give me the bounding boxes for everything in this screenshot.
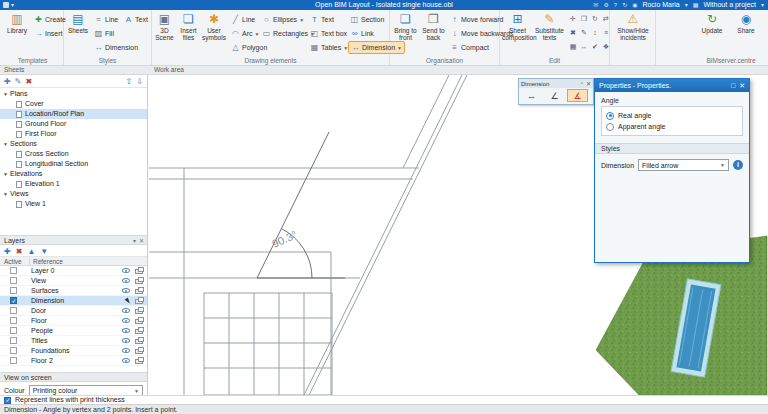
printer-icon[interactable]: [135, 279, 143, 284]
layer-up-icon[interactable]: ▲: [27, 247, 35, 256]
layer-active-checkbox[interactable]: [10, 287, 17, 294]
layer-row[interactable]: Surfaces: [0, 286, 147, 296]
measure-tool-icon[interactable]: ↔: [579, 41, 589, 53]
print-thickness-checkbox[interactable]: [4, 397, 11, 404]
rotate-tool-icon[interactable]: ↻: [590, 13, 600, 25]
layer-active-checkbox[interactable]: [10, 337, 17, 344]
text-box-tool-button[interactable]: ◰ Text box: [308, 27, 349, 40]
group-tool-icon[interactable]: ▦: [568, 41, 578, 53]
ellipses-tool-button[interactable]: ○ Ellipses▼: [260, 13, 306, 26]
layer-active-checkbox[interactable]: [10, 347, 17, 354]
text-tool-button[interactable]: T Text: [308, 13, 336, 26]
layer-active-checkbox[interactable]: [10, 317, 17, 324]
visibility-eye-icon[interactable]: [122, 308, 130, 313]
apparent-angle-option[interactable]: Apparent angle: [606, 121, 738, 132]
layer-row-selected[interactable]: Dimension: [0, 296, 147, 306]
radio-selected-icon[interactable]: [606, 112, 614, 120]
insert-button[interactable]: → Insert: [32, 27, 65, 40]
visibility-eye-icon[interactable]: [122, 358, 130, 363]
add-layer-icon[interactable]: ✚: [4, 247, 11, 256]
layer-down-icon[interactable]: ▼: [40, 247, 48, 256]
text-style-button[interactable]: A Text: [122, 13, 150, 26]
printer-icon[interactable]: [135, 339, 143, 344]
tree-group-sections[interactable]: ▼Sections: [0, 139, 147, 149]
arc-tool-button[interactable]: ◠ Arc▼: [229, 27, 261, 40]
compact-button[interactable]: ≡ Compact: [448, 41, 491, 54]
visibility-eye-icon[interactable]: [122, 288, 130, 293]
move-down-icon[interactable]: ⇩: [136, 77, 143, 86]
mini-toolbar-titlebar[interactable]: Dimension ▫ ✕: [519, 79, 593, 88]
layer-row[interactable]: View: [0, 276, 147, 286]
layer-active-checkbox[interactable]: [10, 327, 17, 334]
tree-item-first-floor[interactable]: First Floor: [0, 129, 147, 139]
sheets-style-button[interactable]: ▤ Sheets: [66, 12, 90, 34]
insert-files-button[interactable]: ❏ Insert files: [177, 12, 200, 41]
layer-row[interactable]: People: [0, 326, 147, 336]
visibility-eye-icon[interactable]: [122, 328, 130, 333]
colour-select[interactable]: Printing colour ▼: [29, 385, 143, 395]
line-tool-button[interactable]: ╱ Line: [229, 13, 257, 26]
move-forward-button[interactable]: ↑ Move forward: [448, 13, 505, 26]
tree-group-views[interactable]: ▼Views: [0, 189, 147, 199]
printer-icon[interactable]: [135, 299, 143, 304]
radio-icon[interactable]: [606, 123, 614, 131]
tree-item-location-roof-plan[interactable]: Location/Roof Plan: [0, 109, 147, 119]
delete-sheet-icon[interactable]: ✖: [25, 77, 32, 86]
angle-vertex-dimension-tool-icon[interactable]: ∡: [567, 89, 588, 102]
layer-active-checkbox[interactable]: [10, 277, 17, 284]
pin-icon[interactable]: ▫: [581, 80, 583, 87]
real-angle-option[interactable]: Real angle: [606, 110, 738, 121]
send-to-back-button[interactable]: ❐ Send to back: [420, 12, 447, 41]
copy-tool-icon[interactable]: ❐: [579, 13, 589, 25]
printer-icon[interactable]: [135, 329, 143, 334]
close-icon[interactable]: ✕: [739, 82, 745, 90]
tree-item-cross-section[interactable]: Cross Section: [0, 149, 147, 159]
scale-tool-icon[interactable]: ↕: [590, 27, 600, 39]
delete-layer-icon[interactable]: ✖: [16, 247, 23, 256]
move-up-icon[interactable]: ⇧: [126, 77, 133, 86]
printer-icon[interactable]: [135, 289, 143, 294]
angle-dimension-tool-icon[interactable]: ∠: [544, 89, 565, 102]
tree-item-elevation-1[interactable]: Elevation 1: [0, 179, 147, 189]
refresh-icon[interactable]: ↻: [622, 0, 627, 10]
info-icon[interactable]: i: [733, 160, 743, 170]
visibility-eye-icon[interactable]: [122, 348, 130, 353]
maximize-icon[interactable]: □: [731, 82, 735, 90]
visibility-eye-icon[interactable]: [122, 278, 130, 283]
mail-icon[interactable]: ✉: [593, 0, 598, 10]
layer-row[interactable]: Layer 0: [0, 266, 147, 276]
printer-icon[interactable]: [135, 359, 143, 364]
delete-tool-icon[interactable]: ✖: [568, 27, 578, 39]
tree-item-view-1[interactable]: View 1: [0, 199, 147, 209]
scene-3d-button[interactable]: ▣ 3D Scene: [153, 12, 176, 41]
sheet-composition-button[interactable]: ⊞ Sheet composition: [502, 12, 533, 41]
close-icon[interactable]: ✕: [586, 80, 591, 87]
share-button[interactable]: ◉ Share: [730, 12, 762, 34]
tree-item-cover[interactable]: Cover: [0, 99, 147, 109]
update-button[interactable]: ↻ Update: [696, 12, 728, 34]
add-sheet-icon[interactable]: ✚: [4, 77, 11, 86]
visibility-eye-icon[interactable]: [122, 268, 130, 273]
layer-active-checkbox[interactable]: [10, 307, 17, 314]
properties-titlebar[interactable]: Properties - Properties. □ ✕: [595, 79, 749, 92]
match-tool-icon[interactable]: ✔: [590, 41, 600, 53]
bring-to-front-button[interactable]: ❏ Bring to front: [392, 12, 419, 41]
help-icon[interactable]: ?: [614, 0, 617, 10]
tree-item-longitudinal-section[interactable]: Longitudinal Section: [0, 159, 147, 169]
layer-row[interactable]: Floor 2: [0, 356, 147, 366]
user-name[interactable]: Rocio Maria: [642, 0, 679, 10]
save-icon[interactable]: ▾: [11, 0, 14, 10]
printer-icon[interactable]: [135, 269, 143, 274]
line-style-button[interactable]: ≈ Line: [92, 13, 120, 26]
library-button[interactable]: ▥ Library: [4, 12, 30, 34]
dimension-style-button[interactable]: ↔ Dimension: [92, 41, 140, 54]
link-tool-button[interactable]: ∞ Link: [348, 27, 376, 40]
layer-active-checkbox[interactable]: [10, 267, 17, 274]
polygon-tool-button[interactable]: △ Polygon: [229, 41, 269, 54]
create-button[interactable]: ✚ Create: [32, 13, 68, 26]
visibility-eye-icon[interactable]: [122, 338, 130, 343]
printer-icon[interactable]: [135, 349, 143, 354]
edit-sheet-icon[interactable]: ✎: [15, 77, 22, 86]
move-tool-icon[interactable]: ✛: [568, 13, 578, 25]
printer-icon[interactable]: [135, 319, 143, 324]
